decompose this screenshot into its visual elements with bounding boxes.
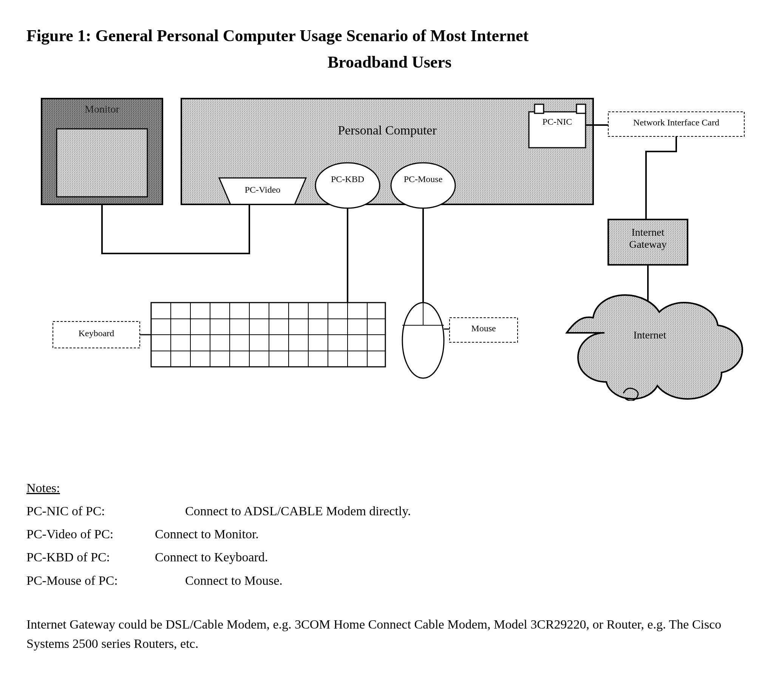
svg-rect-23 [53,322,140,348]
svg-rect-43 [450,318,517,342]
svg-rect-17 [535,104,544,113]
keyboard-icon [151,303,385,367]
note-row: PC-Mouse of PC:Connect to Mouse. [27,569,752,592]
figure-title: Figure 1: General Personal Computer Usag… [27,23,752,76]
svg-rect-16 [529,112,586,148]
footer-text: Internet Gateway could be DSL/Cable Mode… [27,615,752,653]
notes-section: Notes: PC-NIC of PC:Connect to ADSL/CABL… [27,477,752,592]
note-value: Connect to Mouse. [185,569,283,592]
figure-title-line1: Figure 1: General Personal Computer Usag… [27,27,529,45]
note-key: PC-Video of PC: [27,522,155,545]
note-key: PC-Mouse of PC: [27,569,185,592]
note-value: Connect to ADSL/CABLE Modem directly. [185,499,410,522]
note-row: PC-KBD of PC:Connect to Keyboard. [27,545,752,568]
svg-rect-9 [57,129,147,197]
svg-marker-11 [219,178,306,204]
note-value: Connect to Monitor. [155,522,259,545]
svg-rect-21 [608,220,687,265]
diagram-svg [27,91,752,401]
mouse-icon [402,303,444,378]
svg-rect-18 [577,104,586,113]
svg-point-14 [391,163,455,208]
svg-rect-19 [608,112,744,137]
notes-header: Notes: [27,477,752,499]
diagram-canvas: Monitor Personal Computer PC-NIC Network… [27,91,752,401]
note-key: PC-NIC of PC: [27,499,185,522]
note-row: PC-NIC of PC:Connect to ADSL/CABLE Modem… [27,499,752,522]
svg-point-12 [315,163,380,208]
note-key: PC-KBD of PC: [27,545,155,568]
note-value: Connect to Keyboard. [155,545,268,568]
note-row: PC-Video of PC:Connect to Monitor. [27,522,752,545]
figure-title-line2: Broadband Users [27,49,752,75]
